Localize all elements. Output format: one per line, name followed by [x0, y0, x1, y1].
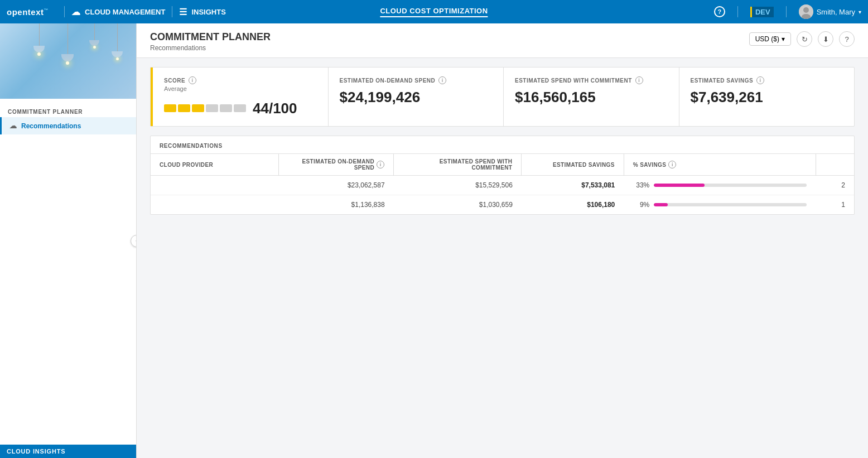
savings-info-icon[interactable]: i	[756, 76, 764, 84]
pct-savings-col-info[interactable]: i	[668, 161, 676, 168]
score-bar-5	[220, 104, 232, 112]
dev-badge[interactable]: DEV	[750, 7, 774, 17]
top-nav-right: ? DEV Smith, Mary ▾	[714, 4, 861, 19]
nav-divider	[64, 6, 65, 17]
refresh-button[interactable]: ↻	[797, 31, 812, 47]
score-value: 44/100	[253, 100, 297, 117]
score-bar-6	[234, 104, 246, 112]
page-header: COMMITMENT PLANNER Recommendations USD (…	[137, 23, 868, 58]
progress-track	[654, 203, 807, 206]
page-header-left: COMMITMENT PLANNER Recommendations	[150, 31, 271, 52]
top-nav: opentext™ ☁ CLOUD MANAGEMENT ☰ INSIGHTS …	[0, 0, 868, 23]
help-icon-btn[interactable]: ?	[714, 6, 725, 17]
table-row[interactable]: $23,062,587 $15,529,506 $7,533,081 33% 2	[151, 176, 854, 195]
col-savings: ESTIMATED SAVINGS	[522, 154, 624, 176]
currency-select[interactable]: USD ($) ▾	[749, 32, 791, 46]
page-subtitle: Recommendations	[150, 44, 271, 52]
commitment-planner-section: COMMITMENT PLANNER	[0, 104, 136, 117]
progress-bar	[654, 184, 704, 187]
table-row[interactable]: $1,136,838 $1,030,659 $106,180 9% 1	[151, 195, 854, 215]
menu-icon: ☰	[179, 7, 187, 17]
with-commitment-card: ESTIMATED SPEND WITH COMMITMENT i $16,56…	[504, 68, 679, 126]
sidebar: CLOUD INSIGHTS COMMITMENT PLANNER ☁ Reco…	[0, 23, 137, 458]
score-cards: SCORE i Average 44/100	[150, 67, 855, 127]
cloud-management-label: CLOUD MANAGEMENT	[85, 8, 165, 16]
cloud-insights-label: CLOUD INSIGHTS	[0, 445, 136, 458]
download-button[interactable]: ⬇	[818, 31, 833, 47]
col-count	[816, 154, 854, 176]
col-with-commitment: ESTIMATED SPEND WITH COMMITMENT	[394, 154, 522, 176]
with-commitment-title: ESTIMATED SPEND WITH COMMITMENT i	[515, 76, 668, 84]
score-card: SCORE i Average 44/100	[151, 68, 329, 126]
col-on-demand: ESTIMATED ON-DEMAND SPEND i	[278, 154, 393, 176]
on-demand-info-icon[interactable]: i	[438, 76, 446, 84]
recommendations-header: RECOMMENDATIONS	[151, 136, 854, 154]
cell-count: 2	[816, 176, 854, 195]
pct-value: 9%	[633, 201, 649, 209]
cell-on-demand: $1,136,838	[278, 195, 393, 215]
on-demand-title: ESTIMATED ON-DEMAND SPEND i	[340, 76, 493, 84]
with-commitment-value: $16,560,165	[515, 89, 668, 106]
app-body: CLOUD INSIGHTS COMMITMENT PLANNER ☁ Reco…	[0, 23, 868, 458]
recommendations-section: RECOMMENDATIONS CLOUD PROVIDER ESTIMATED…	[150, 136, 855, 215]
score-card-title: SCORE i	[164, 76, 317, 84]
score-info-icon[interactable]: i	[189, 76, 196, 84]
savings-value: $7,639,261	[691, 89, 843, 106]
progress-bar	[654, 203, 668, 206]
page-header-right: USD ($) ▾ ↻ ⬇ ?	[749, 31, 855, 47]
cloud-management-nav[interactable]: ☁ CLOUD MANAGEMENT	[71, 7, 165, 17]
col-pct-savings: % SAVINGS i	[624, 154, 816, 176]
score-bar-1	[164, 104, 176, 112]
pct-value: 33%	[633, 181, 649, 189]
recommendations-table: CLOUD PROVIDER ESTIMATED ON-DEMAND SPEND…	[151, 154, 854, 214]
on-demand-value: $24,199,426	[340, 89, 493, 106]
on-demand-card: ESTIMATED ON-DEMAND SPEND i $24,199,426	[329, 68, 504, 126]
cell-savings: $7,533,081	[522, 176, 624, 195]
cell-savings: $106,180	[522, 195, 624, 215]
savings-card: ESTIMATED SAVINGS i $7,639,261	[679, 68, 855, 126]
cell-count: 1	[816, 195, 854, 215]
currency-label: USD ($)	[755, 35, 779, 43]
cell-on-demand: $23,062,587	[278, 176, 393, 195]
cell-pct-savings: 33%	[624, 176, 816, 195]
sidebar-content: COMMITMENT PLANNER ☁ Recommendations	[0, 99, 136, 140]
score-bars	[164, 104, 246, 112]
progress-track	[654, 184, 807, 187]
sidebar-background	[0, 23, 136, 99]
nav-divider2	[172, 6, 172, 17]
cloud-nav-icon: ☁	[9, 122, 17, 130]
insights-label: INSIGHTS	[191, 8, 225, 16]
brand-logo[interactable]: opentext™	[7, 7, 49, 17]
cloud-icon: ☁	[71, 7, 80, 17]
currency-chevron-icon: ▾	[782, 35, 785, 43]
insights-nav[interactable]: ☰ INSIGHTS	[179, 7, 225, 17]
cell-pct-savings: 9%	[624, 195, 816, 215]
savings-title: ESTIMATED SAVINGS i	[691, 76, 843, 84]
nav-divider3	[737, 6, 738, 17]
nav-divider4	[786, 6, 787, 17]
user-name: Smith, Mary	[817, 8, 855, 16]
score-bar-2	[178, 104, 190, 112]
page-help-button[interactable]: ?	[839, 31, 855, 47]
user-menu[interactable]: Smith, Mary ▾	[799, 4, 861, 19]
score-bar-3	[192, 104, 204, 112]
score-label: Average	[164, 85, 317, 92]
cell-with-commitment: $15,529,506	[394, 176, 522, 195]
on-demand-col-info[interactable]: i	[377, 161, 384, 168]
chevron-down-icon: ▾	[859, 9, 861, 15]
avatar	[799, 4, 813, 19]
cell-with-commitment: $1,030,659	[394, 195, 522, 215]
sidebar-collapse-button[interactable]: ‹	[131, 235, 137, 247]
score-bar-4	[206, 104, 218, 112]
page-title: COMMITMENT PLANNER	[150, 31, 271, 43]
cell-cloud-provider	[151, 195, 278, 215]
sidebar-item-recommendations[interactable]: ☁ Recommendations	[0, 117, 136, 134]
cell-cloud-provider	[151, 176, 278, 195]
col-cloud-provider: CLOUD PROVIDER	[151, 154, 278, 176]
recommendations-nav-label: Recommendations	[21, 122, 81, 130]
main-content: COMMITMENT PLANNER Recommendations USD (…	[137, 23, 868, 458]
with-commitment-info-icon[interactable]: i	[635, 76, 643, 84]
center-title: CLOUD COST OPTIMIZATION	[380, 7, 488, 17]
svg-point-1	[803, 7, 809, 13]
